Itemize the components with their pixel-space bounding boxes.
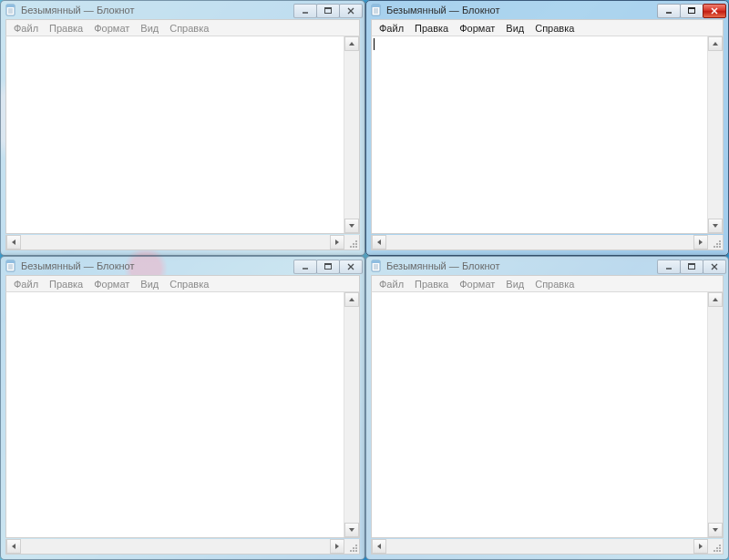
notepad-icon [5,4,17,16]
notepad-window[interactable]: Безымянный — Блокнот Файл Правка Формат … [0,256,365,560]
menu-format[interactable]: Формат [454,22,500,35]
vertical-scrollbar[interactable] [344,292,359,537]
notepad-window[interactable]: Безымянный — Блокнот Файл Правка Формат … [365,256,729,560]
menu-view[interactable]: Вид [500,22,529,35]
scroll-up-icon[interactable] [708,36,723,51]
horizontal-scrollbar[interactable] [371,539,724,555]
maximize-button[interactable] [680,4,703,18]
scroll-right-icon[interactable] [693,539,708,554]
menu-view[interactable]: Вид [135,278,164,290]
menu-help[interactable]: Справка [164,22,214,35]
titlebar[interactable]: Безымянный — Блокнот [366,1,728,19]
menu-format[interactable]: Формат [454,278,500,290]
text-area[interactable] [6,36,344,233]
minimize-button[interactable] [293,4,317,18]
text-area[interactable] [6,292,344,537]
titlebar[interactable]: Безымянный — Блокнот [1,1,364,19]
menu-file[interactable]: Файл [8,278,44,290]
scroll-left-icon[interactable] [372,235,386,249]
window-title: Безымянный — Блокнот [21,260,134,271]
scroll-left-icon[interactable] [372,539,386,554]
resize-grip-icon[interactable] [344,539,359,554]
svg-point-15 [353,246,354,248]
minimize-button[interactable] [657,4,681,18]
scroll-down-icon[interactable] [708,523,723,537]
menu-format[interactable]: Формат [88,22,135,35]
menu-view[interactable]: Вид [500,278,529,290]
menu-file[interactable]: Файл [374,278,409,290]
scroll-down-icon[interactable] [708,219,723,233]
scroll-right-icon[interactable] [693,235,708,249]
menu-view[interactable]: Вид [135,22,164,35]
text-area[interactable] [372,36,707,233]
menu-edit[interactable]: Правка [44,22,88,35]
horizontal-scrollbar[interactable] [5,235,360,250]
horizontal-scrollbar[interactable] [371,235,724,250]
resize-grip-icon[interactable] [344,235,359,249]
svg-point-57 [350,550,352,552]
close-button[interactable] [339,260,363,274]
menu-help[interactable]: Справка [164,278,214,290]
notepad-icon [5,260,17,272]
scroll-track[interactable] [708,51,723,219]
scroll-up-icon[interactable] [344,36,359,51]
menu-file[interactable]: Файл [8,22,44,35]
svg-point-79 [719,545,721,546]
menu-format[interactable]: Формат [88,278,135,290]
horizontal-scrollbar[interactable] [5,539,360,555]
resize-grip-icon[interactable] [708,539,723,554]
titlebar[interactable]: Безымянный — Блокнот [366,257,728,275]
scroll-track[interactable] [344,51,359,219]
maximize-button[interactable] [316,260,340,274]
scroll-left-icon[interactable] [6,235,21,249]
text-area[interactable] [372,292,707,537]
window-controls [658,4,726,18]
svg-marker-73 [699,544,703,549]
scroll-down-icon[interactable] [344,523,359,537]
svg-point-37 [714,246,715,248]
svg-point-74 [719,550,721,552]
menu-edit[interactable]: Правка [409,22,454,35]
menu-file[interactable]: Файл [374,22,409,35]
close-button[interactable] [339,4,363,18]
svg-point-36 [719,243,721,245]
vertical-scrollbar[interactable] [344,36,359,233]
close-button[interactable] [703,260,726,274]
scroll-up-icon[interactable] [708,292,723,307]
close-button[interactable] [703,4,726,18]
menu-edit[interactable]: Правка [44,278,88,290]
scroll-track[interactable] [21,235,330,249]
scroll-right-icon[interactable] [330,539,344,554]
notepad-window[interactable]: Безымянный — Блокнот Файл Правка Формат … [0,0,365,256]
menubar: Файл Правка Формат Вид Справка [5,19,360,36]
scroll-down-icon[interactable] [344,219,359,233]
scroll-right-icon[interactable] [330,235,344,249]
menu-help[interactable]: Справка [529,278,580,290]
svg-rect-1 [6,5,15,7]
svg-marker-33 [699,239,703,245]
resize-grip-icon[interactable] [708,235,723,249]
scroll-track[interactable] [21,539,330,554]
menu-edit[interactable]: Правка [409,278,454,290]
notepad-window[interactable]: Безымянный — Блокнот Файл Правка Формат … [365,0,729,256]
scroll-up-icon[interactable] [344,292,359,307]
titlebar[interactable]: Безымянный — Блокнот [1,257,364,275]
svg-marker-31 [713,224,718,228]
menu-help[interactable]: Справка [529,22,580,35]
vertical-scrollbar[interactable] [707,36,723,233]
maximize-button[interactable] [680,260,703,274]
minimize-button[interactable] [293,260,317,274]
svg-point-16 [355,243,357,245]
maximize-button[interactable] [316,4,340,18]
scroll-track[interactable] [344,307,359,523]
client-area [371,36,724,234]
scroll-track[interactable] [386,539,693,554]
window-title: Безымянный — Блокнот [386,5,499,15]
scroll-track[interactable] [708,307,723,523]
scroll-left-icon[interactable] [6,539,21,554]
svg-point-17 [350,246,352,248]
minimize-button[interactable] [657,260,681,274]
vertical-scrollbar[interactable] [707,292,723,537]
scroll-track[interactable] [386,235,693,249]
svg-rect-41 [6,260,15,263]
